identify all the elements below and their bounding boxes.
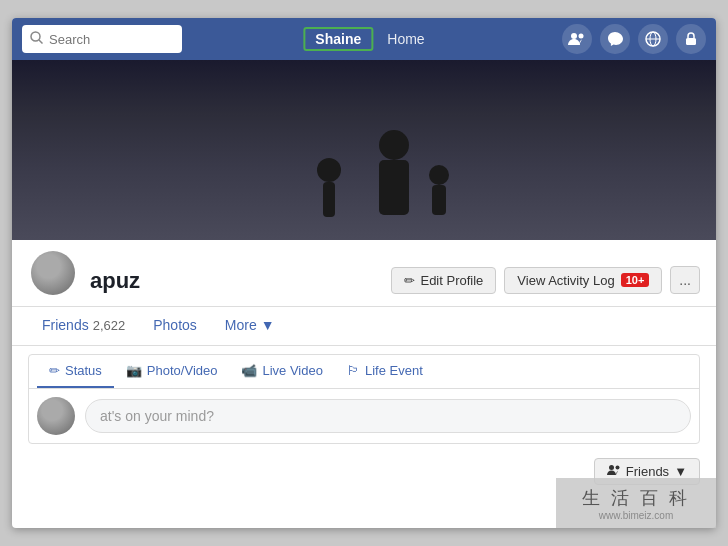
- facebook-navbar: Shaine Home: [12, 18, 716, 60]
- profile-actions: ✏ Edit Profile View Activity Log 10+ ...: [391, 266, 700, 298]
- tab-photos-label: Photos: [153, 317, 197, 333]
- profile-tabs: Friends 2,622 Photos More ▼: [12, 307, 716, 346]
- edit-profile-button[interactable]: ✏ Edit Profile: [391, 267, 496, 294]
- svg-rect-14: [432, 185, 446, 215]
- video-icon: 📹: [241, 363, 257, 378]
- edit-profile-label: Edit Profile: [420, 273, 483, 288]
- chevron-down-icon: ▼: [261, 317, 275, 333]
- search-box[interactable]: [22, 25, 182, 53]
- post-type-tabs: ✏ Status 📷 Photo/Video 📹 Live Video 🏳 Li…: [29, 355, 699, 389]
- flag-icon: 🏳: [347, 363, 360, 378]
- svg-point-15: [609, 465, 614, 470]
- activity-log-label: View Activity Log: [517, 273, 614, 288]
- nav-username: Shaine: [315, 31, 361, 47]
- nav-center: Shaine Home: [303, 27, 424, 51]
- cover-silhouette: [274, 70, 574, 240]
- svg-rect-10: [323, 182, 335, 217]
- lock-icon-btn[interactable]: [676, 24, 706, 54]
- pencil-icon: ✏: [404, 273, 415, 288]
- nav-home-link[interactable]: Home: [387, 31, 424, 47]
- watermark: 生 活 百 科 www.bimeiz.com: [556, 478, 716, 528]
- friends-btn-label: Friends: [626, 464, 669, 479]
- svg-point-9: [317, 158, 341, 182]
- tab-more-label: More: [225, 317, 257, 333]
- svg-rect-8: [274, 70, 574, 240]
- photo-label: Photo/Video: [147, 363, 218, 378]
- camera-icon: 📷: [126, 363, 142, 378]
- post-avatar: [37, 397, 75, 435]
- tab-friends-count: 2,622: [93, 318, 126, 333]
- watermark-chinese-text: 生 活 百 科: [582, 486, 690, 510]
- messenger-icon-btn[interactable]: [600, 24, 630, 54]
- svg-rect-12: [379, 160, 409, 215]
- svg-point-13: [429, 165, 449, 185]
- cover-photo: [12, 60, 716, 240]
- profile-section: apuz ✏ Edit Profile View Activity Log 10…: [12, 240, 716, 491]
- post-placeholder: at's on your mind?: [100, 408, 214, 424]
- activity-badge: 10+: [621, 273, 650, 287]
- svg-point-3: [579, 34, 584, 39]
- status-icon: ✏: [49, 363, 60, 378]
- friends-icon-btn[interactable]: [562, 24, 592, 54]
- browser-frame: Shaine Home: [12, 18, 716, 528]
- svg-line-1: [39, 40, 43, 44]
- svg-point-11: [379, 130, 409, 160]
- search-icon: [30, 31, 43, 47]
- tab-more[interactable]: More ▼: [211, 307, 289, 345]
- svg-point-16: [615, 466, 619, 470]
- nav-username-box[interactable]: Shaine: [303, 27, 373, 51]
- tab-photos[interactable]: Photos: [139, 307, 211, 345]
- svg-point-2: [571, 33, 577, 39]
- post-type-status[interactable]: ✏ Status: [37, 355, 114, 388]
- post-composer: ✏ Status 📷 Photo/Video 📹 Live Video 🏳 Li…: [28, 354, 700, 444]
- watermark-url: www.bimeiz.com: [599, 510, 673, 521]
- profile-name: apuz: [90, 268, 379, 298]
- tab-friends-label: Friends: [42, 317, 89, 333]
- status-label: Status: [65, 363, 102, 378]
- friends-btn-icon: [607, 464, 621, 479]
- post-input[interactable]: at's on your mind?: [85, 399, 691, 433]
- life-event-label: Life Event: [365, 363, 423, 378]
- profile-name-row: apuz ✏ Edit Profile View Activity Log 10…: [12, 240, 716, 307]
- post-input-row: at's on your mind?: [29, 389, 699, 443]
- svg-rect-7: [686, 38, 696, 45]
- post-type-photo[interactable]: 📷 Photo/Video: [114, 355, 230, 388]
- profile-avatar: [28, 248, 78, 298]
- nav-right-icons: [562, 24, 706, 54]
- friends-btn-arrow: ▼: [674, 464, 687, 479]
- globe-icon-btn[interactable]: [638, 24, 668, 54]
- more-options-button[interactable]: ...: [670, 266, 700, 294]
- search-input[interactable]: [49, 32, 174, 47]
- post-type-life-event[interactable]: 🏳 Life Event: [335, 355, 435, 388]
- svg-point-0: [31, 32, 40, 41]
- dots-icon: ...: [679, 272, 691, 288]
- tab-friends[interactable]: Friends 2,622: [28, 307, 139, 345]
- post-type-live[interactable]: 📹 Live Video: [229, 355, 334, 388]
- live-label: Live Video: [262, 363, 322, 378]
- activity-log-button[interactable]: View Activity Log 10+: [504, 267, 662, 294]
